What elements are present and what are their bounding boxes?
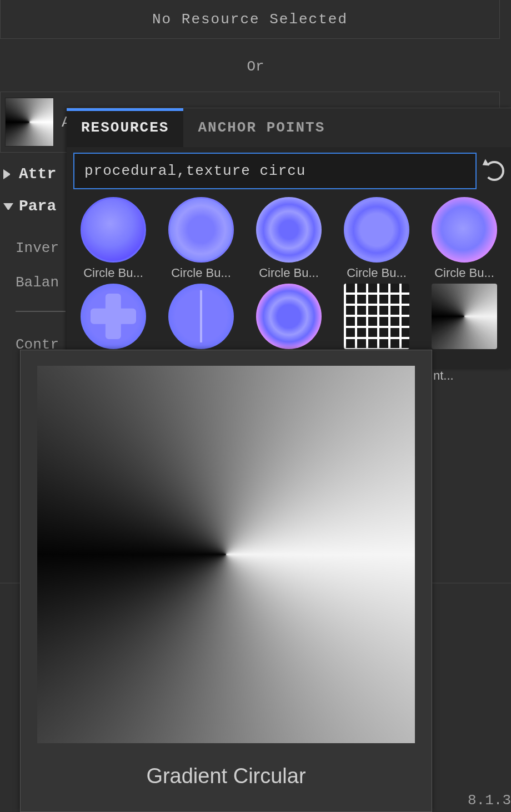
thumb-label: Circle Bu... [259, 266, 319, 280]
param-divider [16, 311, 66, 312]
parameters-section-header[interactable]: Para [0, 198, 56, 215]
tab-resources-label: RESOURCES [81, 119, 169, 136]
anisotropy-thumbnail [5, 98, 54, 147]
thumb-image [256, 284, 322, 349]
or-label: Or [0, 58, 511, 75]
thumb-label: Circle Bu... [434, 266, 494, 280]
preview-title: Gradient Circular [146, 764, 305, 788]
attributes-label: Attr [19, 165, 56, 183]
thumb-cell[interactable] [338, 284, 415, 349]
thumb-cell[interactable]: Circle Bu... [74, 197, 152, 280]
thumb-image [168, 197, 234, 263]
attributes-section-header[interactable]: Attr [0, 165, 56, 183]
thumb-cell[interactable] [425, 284, 503, 349]
resource-picker-popup: RESOURCES ANCHOR POINTS Circle Bu...Circ… [67, 108, 511, 369]
thumb-label: Circle Bu... [171, 266, 231, 280]
thumb-cell[interactable]: Circle Bu... [425, 197, 503, 280]
gradient-thumb-label-partial: nt... [433, 369, 454, 383]
thumb-label: Circle Bu... [83, 266, 143, 280]
refresh-icon[interactable] [484, 161, 504, 181]
thumb-cell[interactable]: Circle Bu... [250, 197, 328, 280]
no-resource-label: No Resource Selected [152, 11, 348, 28]
thumb-image [256, 197, 322, 263]
thumb-image [432, 197, 497, 263]
chevron-right-icon [3, 169, 13, 179]
thumb-cell[interactable] [74, 284, 152, 349]
chevron-down-icon [3, 203, 13, 213]
version-label: 8.1.3 [468, 792, 511, 809]
picker-tabs: RESOURCES ANCHOR POINTS [67, 108, 511, 147]
thumb-cell[interactable] [250, 284, 328, 349]
thumb-image [344, 284, 409, 349]
thumb-cell[interactable] [162, 284, 240, 349]
thumbnails-grid: Circle Bu...Circle Bu...Circle Bu...Circ… [67, 193, 511, 349]
tab-anchor-label: ANCHOR POINTS [198, 119, 325, 136]
thumb-label: Circle Bu... [347, 266, 407, 280]
tab-resources[interactable]: RESOURCES [67, 108, 183, 147]
no-resource-drop-zone[interactable]: No Resource Selected [0, 0, 500, 39]
thumb-image [432, 284, 497, 349]
thumb-image [81, 197, 146, 263]
search-row [67, 147, 511, 193]
param-invert-label: Inver [16, 240, 59, 256]
thumb-image [344, 197, 409, 263]
thumb-cell[interactable]: Circle Bu... [162, 197, 240, 280]
param-balance-label: Balan [16, 274, 59, 291]
thumb-cell[interactable]: Circle Bu... [338, 197, 415, 280]
thumb-image [81, 284, 146, 349]
parameters-label: Para [19, 198, 56, 215]
tab-anchor-points[interactable]: ANCHOR POINTS [183, 108, 339, 147]
preview-image [37, 366, 415, 743]
thumb-image [168, 284, 234, 349]
preview-tooltip: Gradient Circular [20, 350, 432, 812]
search-input[interactable] [73, 153, 477, 189]
